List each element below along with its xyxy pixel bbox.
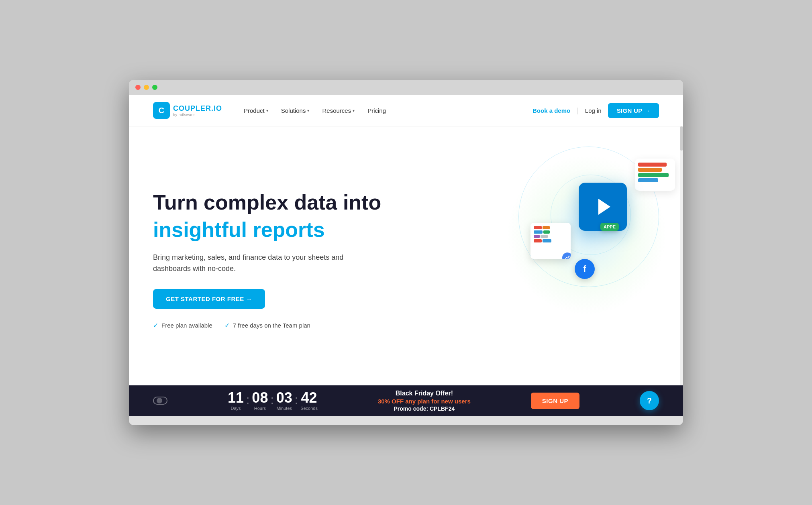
- countdown-separator: :: [270, 393, 273, 407]
- chevron-down-icon: ▾: [266, 108, 268, 113]
- facebook-icon: f: [575, 259, 595, 279]
- bar-chart-row: [638, 168, 662, 172]
- nav-links: Product ▾ Solutions ▾ Resources ▾ Pricin…: [238, 104, 528, 117]
- countdown-days: 11 Days: [228, 391, 244, 411]
- browser-window: C COUPLER.IO by railsware Product ▾ Solu…: [129, 80, 683, 425]
- browser-chrome: [129, 80, 683, 95]
- nav-item-product[interactable]: Product ▾: [238, 104, 274, 117]
- get-started-button[interactable]: GET STARTED FOR FREE →: [153, 289, 265, 309]
- scrollbar[interactable]: [680, 126, 683, 385]
- logo-icon: C: [153, 102, 170, 119]
- countdown-seconds-label: Seconds: [300, 406, 318, 411]
- spreadsheet-rows: [534, 226, 567, 242]
- logo[interactable]: C COUPLER.IO by railsware: [153, 102, 222, 119]
- hero-badges: ✓ Free plan available ✓ 7 free days on t…: [153, 322, 381, 329]
- nav-item-solutions[interactable]: Solutions ▾: [275, 104, 315, 117]
- cell: [534, 239, 542, 242]
- browser-content: C COUPLER.IO by railsware Product ▾ Solu…: [129, 95, 683, 416]
- cell: [543, 230, 550, 234]
- play-icon: [598, 199, 610, 215]
- countdown-minutes-label: Minutes: [277, 406, 292, 411]
- countdown-separator: :: [246, 393, 249, 407]
- offer-title: Black Friday Offer!: [378, 390, 471, 397]
- countdown-seconds-number: 42: [301, 391, 317, 405]
- countdown-days-number: 11: [228, 391, 244, 405]
- cell: [543, 239, 551, 242]
- logo-subtitle: by railsware: [173, 113, 222, 117]
- countdown-hours: 08 Hours: [252, 391, 268, 411]
- bar-chart-row: [638, 178, 658, 182]
- spreadsheet-card: [530, 223, 571, 259]
- logo-title: COUPLER.IO: [173, 104, 222, 113]
- logo-icon-text: C: [159, 106, 164, 115]
- book-demo-link[interactable]: Book a demo: [532, 107, 570, 114]
- hero-subtitle: Bring marketing, sales, and finance data…: [153, 252, 362, 275]
- cell: [543, 226, 550, 229]
- chevron-down-icon: ▾: [353, 108, 355, 113]
- banner-signup-button[interactable]: SIGN UP: [531, 393, 579, 409]
- hero-content: Turn complex data into insightful report…: [153, 191, 381, 329]
- scrollbar-thumb[interactable]: [680, 126, 683, 151]
- cell: [534, 230, 543, 234]
- bottom-banner: 11 Days : 08 Hours : 03 Minutes : 42 Sec…: [129, 385, 683, 416]
- nav-divider: |: [577, 106, 579, 115]
- banner-logo: [153, 397, 167, 405]
- cell: [541, 235, 548, 238]
- logo-text: COUPLER.IO by railsware: [173, 104, 222, 117]
- countdown-separator: :: [295, 393, 298, 407]
- signup-button[interactable]: SIGN UP →: [608, 103, 659, 118]
- analytics-icon: [562, 252, 571, 259]
- help-button[interactable]: ?: [640, 391, 659, 410]
- hero-illustration: APPE: [458, 134, 683, 343]
- spreadsheet-row: [534, 230, 567, 234]
- banner-logo-icon: [153, 397, 167, 405]
- banner-logo-dot: [157, 398, 162, 403]
- countdown-hours-label: Hours: [254, 406, 266, 411]
- badge-free-plan: ✓ Free plan available: [153, 322, 212, 329]
- log-in-link[interactable]: Log in: [585, 107, 602, 114]
- navbar: C COUPLER.IO by railsware Product ▾ Solu…: [129, 95, 683, 126]
- traffic-light-yellow[interactable]: [144, 85, 149, 90]
- dashboard-card: [635, 159, 675, 191]
- traffic-light-red[interactable]: [135, 85, 141, 90]
- cell: [534, 235, 540, 238]
- badge-free-days: ✓ 7 free days on the Team plan: [224, 322, 310, 329]
- check-icon: ✓: [153, 322, 158, 329]
- countdown-seconds: 42 Seconds: [300, 391, 318, 411]
- nav-item-pricing[interactable]: Pricing: [362, 104, 392, 117]
- spreadsheet-row: [534, 235, 567, 238]
- check-icon: ✓: [224, 322, 230, 329]
- bar-chart-row: [638, 173, 669, 177]
- bar-chart-row: [638, 163, 667, 167]
- offer-promo-code: Promo code: CPLBF24: [378, 405, 471, 412]
- spreadsheet-row: [534, 239, 567, 242]
- offer-discount: 30% OFF any plan for new users: [378, 398, 471, 405]
- hero-title-line1: Turn complex data into: [153, 191, 381, 215]
- svg-point-0: [569, 256, 570, 257]
- countdown-days-label: Days: [231, 406, 241, 411]
- countdown-minutes-number: 03: [276, 391, 292, 405]
- nav-right: Book a demo | Log in SIGN UP →: [532, 103, 659, 118]
- cell: [534, 226, 542, 229]
- hero-section: Turn complex data into insightful report…: [129, 126, 683, 385]
- countdown-timer: 11 Days : 08 Hours : 03 Minutes : 42 Sec…: [228, 391, 318, 411]
- banner-offer: Black Friday Offer! 30% OFF any plan for…: [378, 390, 471, 412]
- appe-badge: APPE: [600, 223, 619, 231]
- countdown-hours-number: 08: [252, 391, 268, 405]
- traffic-light-green[interactable]: [152, 85, 157, 90]
- countdown-minutes: 03 Minutes: [276, 391, 292, 411]
- chevron-down-icon: ▾: [307, 108, 309, 113]
- hero-title-line2: insightful reports: [153, 218, 381, 242]
- nav-item-resources[interactable]: Resources ▾: [316, 104, 360, 117]
- spreadsheet-row: [534, 226, 567, 229]
